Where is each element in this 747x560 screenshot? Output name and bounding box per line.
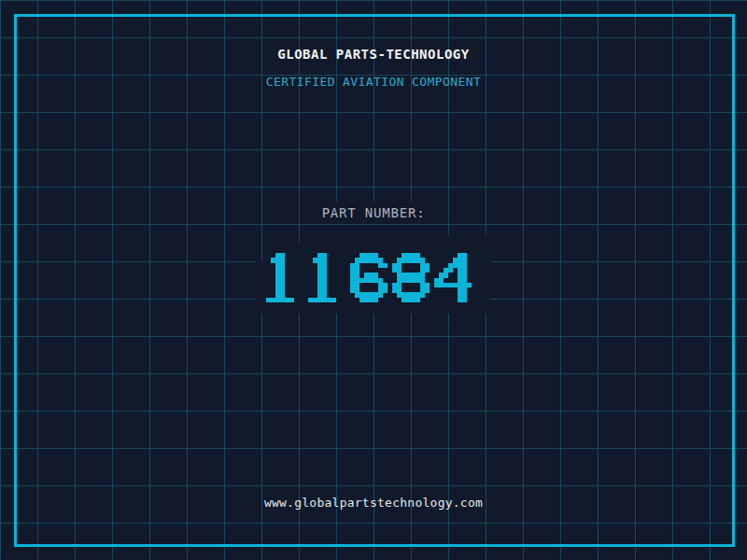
certificate-page: GLOBAL PARTS-TECHNOLOGY CERTIFIED AVIATI… — [0, 0, 747, 560]
part-number-label: PART NUMBER: — [0, 205, 747, 220]
company-title: GLOBAL PARTS-TECHNOLOGY — [0, 47, 747, 62]
website-url: www.globalpartstechnology.com — [0, 496, 747, 510]
border-frame — [14, 14, 735, 547]
certification-subtitle: CERTIFIED AVIATION COMPONENT — [0, 75, 747, 89]
